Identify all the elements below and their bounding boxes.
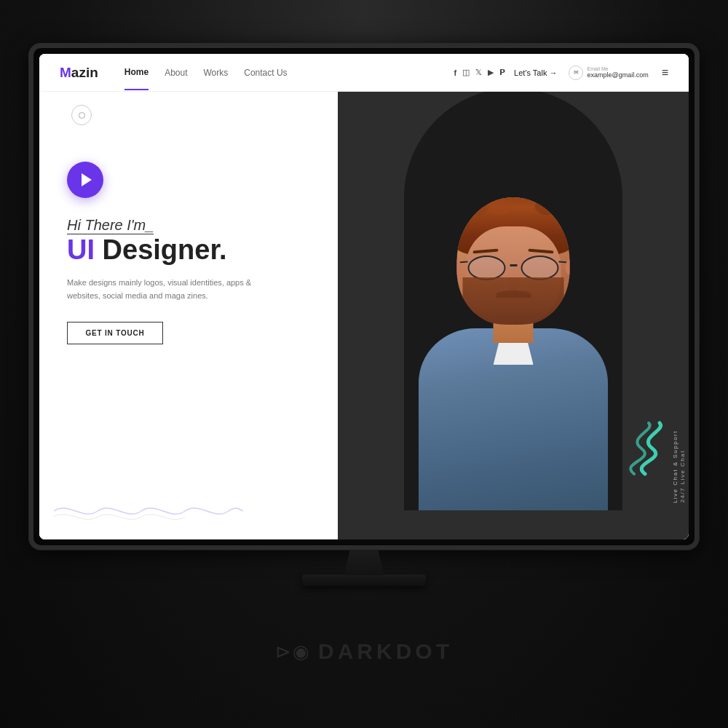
monitor-stand — [302, 550, 426, 586]
nav-about[interactable]: About — [165, 68, 187, 78]
person-portrait — [404, 92, 622, 510]
email-value: example@gmail.com — [587, 71, 648, 79]
pinterest-icon[interactable]: 𝗣 — [499, 68, 505, 77]
email-info: Email Me example@gmail.com — [587, 66, 648, 79]
email-section: ✉ Email Me example@gmail.com — [569, 66, 648, 80]
logo[interactable]: Mazin — [60, 65, 98, 81]
lets-talk-button[interactable]: Let's Talk → — [514, 68, 557, 77]
logo-rest: azin — [71, 65, 98, 80]
instagram-icon[interactable]: ◫ — [462, 68, 470, 77]
social-icons: f ◫ 𝕏 ▶ 𝗣 — [454, 68, 505, 77]
facebook-icon[interactable]: f — [454, 68, 456, 77]
play-button[interactable] — [67, 162, 103, 198]
circle-decoration — [71, 105, 92, 125]
hamburger-icon[interactable]: ≡ — [662, 66, 668, 79]
monitor-frame: Mazin Home About Works Contact Us — [29, 44, 699, 550]
screen-bezel: Mazin Home About Works Contact Us — [39, 54, 689, 539]
email-label: Email Me — [587, 66, 648, 71]
branding-symbol: ⊳◉ — [275, 641, 311, 663]
glasses-bridge — [510, 264, 517, 266]
navbar-right: f ◫ 𝕏 ▶ 𝗣 Let's Talk → ✉ Email — [454, 66, 668, 80]
squiggle-decoration — [609, 416, 670, 481]
glasses-right — [521, 256, 559, 280]
wave-decoration — [54, 495, 243, 528]
stand-base — [302, 574, 426, 586]
title-highlight: UI — [67, 234, 95, 265]
stand-neck — [344, 550, 384, 575]
hero-title: UI Designer. — [67, 235, 320, 266]
hero-left: Hi There I'm_ UI Designer. Make designs … — [39, 92, 338, 539]
greeting-text: Hi There I'm_ — [67, 217, 320, 234]
glasses-left — [468, 256, 506, 280]
screen: Mazin Home About Works Contact Us — [39, 54, 689, 539]
title-rest: Designer. — [95, 234, 227, 265]
nav-links: Home About Works Contact Us — [124, 67, 288, 79]
branding-text: DARKDOT — [318, 639, 453, 664]
side-text-support: Live Chat & Support — [672, 430, 678, 503]
nav-contact[interactable]: Contact Us — [244, 68, 287, 78]
hero-description: Make designs mainly logos, visual identi… — [67, 276, 264, 303]
get-in-touch-button[interactable]: GET IN TOUCH — [67, 322, 163, 344]
youtube-icon[interactable]: ▶ — [488, 68, 494, 77]
greeting-label: Hi There I'm_ — [67, 217, 154, 234]
logo-highlight: M — [60, 65, 71, 80]
navbar: Mazin Home About Works Contact Us — [39, 54, 689, 92]
email-icon: ✉ — [569, 66, 583, 80]
hero-section: Hi There I'm_ UI Designer. Make designs … — [39, 92, 689, 539]
side-text-live-chat: 24/7 Live Chat — [679, 450, 686, 503]
twitter-icon[interactable]: 𝕏 — [475, 68, 482, 77]
arch-shape — [404, 92, 622, 510]
beard — [463, 277, 564, 325]
branding-area: ⊳◉ DARKDOT — [275, 639, 453, 664]
hero-right: 24/7 Live Chat Live Chat & Support — [338, 92, 689, 539]
nav-works[interactable]: Works — [203, 68, 228, 78]
head — [457, 197, 570, 325]
outer-container: Mazin Home About Works Contact Us — [0, 0, 728, 728]
play-icon — [82, 173, 92, 186]
nav-home[interactable]: Home — [124, 67, 149, 79]
